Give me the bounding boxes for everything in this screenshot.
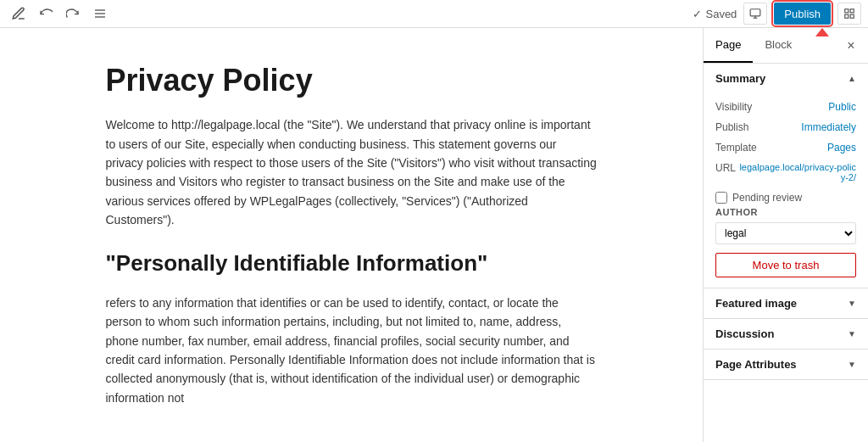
toolbar-left [7, 2, 112, 25]
svg-rect-7 [850, 9, 854, 13]
url-label: URL [715, 162, 736, 174]
page-title: Privacy Policy [106, 62, 598, 98]
summary-section-header[interactable]: Summary ▲ [704, 64, 868, 93]
summary-chevron-icon: ▲ [848, 74, 856, 83]
featured-image-header[interactable]: Featured image ▼ [704, 288, 868, 318]
url-row: URL legalpage.local/privacy-policy-2/ [715, 158, 856, 187]
featured-image-section: Featured image ▼ [704, 288, 868, 319]
svg-rect-9 [845, 14, 849, 18]
arrow-indicator [815, 28, 829, 36]
body-text: refers to any information that identifie… [106, 294, 598, 407]
pending-review-checkbox[interactable] [715, 192, 727, 204]
toolbar-right: ✓ Saved Publish [693, 3, 861, 25]
list-view-button[interactable] [88, 2, 112, 25]
svg-rect-3 [751, 9, 761, 16]
page-attributes-header[interactable]: Page Attributes ▼ [704, 350, 868, 379]
featured-image-chevron-icon: ▼ [848, 299, 856, 308]
saved-check-icon: ✓ [693, 8, 702, 20]
editor-content: Privacy Policy Welcome to http://legalpa… [106, 62, 598, 407]
publish-row-label: Publish [715, 121, 748, 133]
saved-label: Saved [705, 8, 737, 20]
page-attributes-chevron-icon: ▼ [848, 360, 856, 369]
discussion-header[interactable]: Discussion ▼ [704, 319, 868, 349]
discussion-chevron-icon: ▼ [848, 329, 856, 338]
visibility-label: Visibility [715, 101, 752, 113]
sidebar-close-button[interactable]: × [841, 36, 861, 56]
featured-image-label: Featured image [715, 297, 797, 310]
pending-review-row: Pending review [715, 187, 856, 207]
section-heading: "Personally Identifiable Information" [106, 250, 598, 277]
preview-button[interactable] [743, 3, 767, 25]
template-value[interactable]: Pages [827, 142, 856, 154]
author-label: AUTHOR [715, 207, 856, 217]
undo-button[interactable] [34, 2, 58, 25]
svg-rect-8 [850, 14, 854, 18]
template-row: Template Pages [715, 137, 856, 158]
publish-button[interactable]: Publish [774, 3, 831, 25]
url-value[interactable]: legalpage.local/privacy-policy-2/ [736, 162, 856, 182]
move-to-trash-button[interactable]: Move to trash [715, 253, 856, 277]
sidebar-header: Page Block × [704, 28, 868, 64]
discussion-label: Discussion [715, 327, 774, 340]
page-attributes-section: Page Attributes ▼ [704, 350, 868, 380]
publish-row-value[interactable]: Immediately [801, 121, 856, 133]
page-attributes-label: Page Attributes [715, 358, 797, 371]
summary-section: Summary ▲ Visibility Public Publish Imme… [704, 64, 868, 288]
summary-label: Summary [715, 72, 765, 85]
discussion-section: Discussion ▼ [704, 319, 868, 350]
visibility-row: Visibility Public [715, 97, 856, 117]
tools-button[interactable] [7, 2, 31, 25]
pending-review-label: Pending review [732, 192, 802, 204]
svg-rect-6 [845, 9, 849, 13]
toolbar: ✓ Saved Publish [0, 0, 868, 28]
tab-page[interactable]: Page [704, 28, 753, 63]
tab-block[interactable]: Block [753, 28, 804, 63]
template-label: Template [715, 142, 757, 154]
sidebar: Page Block × Summary ▲ Visibility Public… [703, 28, 868, 442]
intro-text: Welcome to http://legalpage.local (the "… [106, 115, 598, 229]
publish-row: Publish Immediately [715, 117, 856, 137]
main-layout: Privacy Policy Welcome to http://legalpa… [0, 28, 868, 442]
redo-button[interactable] [61, 2, 85, 25]
saved-status: ✓ Saved [693, 8, 737, 20]
editor-area[interactable]: Privacy Policy Welcome to http://legalpa… [0, 28, 703, 442]
visibility-value[interactable]: Public [828, 101, 856, 113]
summary-content: Visibility Public Publish Immediately Te… [704, 93, 868, 288]
settings-button[interactable] [837, 3, 861, 25]
author-select[interactable]: legal [715, 222, 856, 244]
